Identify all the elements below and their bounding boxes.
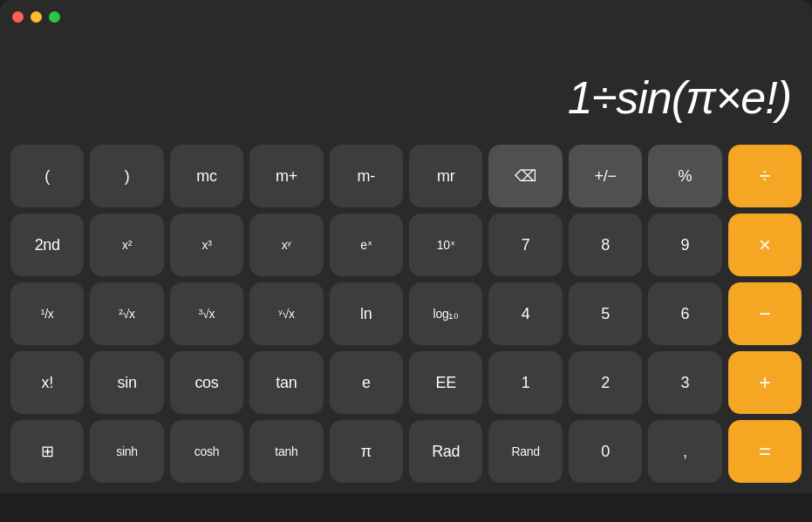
memory-clear-button[interactable]: mc xyxy=(170,145,243,207)
title-bar xyxy=(0,0,812,33)
cube-button[interactable]: x³ xyxy=(170,214,243,276)
cube-root-button[interactable]: ³√x xyxy=(170,282,243,345)
percent-button[interactable]: % xyxy=(648,145,721,207)
ten-power-x-button[interactable]: 10ˣ xyxy=(409,214,482,276)
three-button[interactable]: 3 xyxy=(648,351,721,414)
e-power-x-button[interactable]: eˣ xyxy=(330,214,403,276)
log10-button[interactable]: log₁₀ xyxy=(409,282,482,345)
factorial-button[interactable]: x! xyxy=(10,351,84,414)
calculator-body: ()mcm+m-mr⌫+/−%÷2ndx²x³xʸeˣ10ˣ789×¹/x²√x… xyxy=(0,138,812,493)
memory-recall-button[interactable]: mr xyxy=(409,145,482,207)
equals-button[interactable]: = xyxy=(728,420,802,483)
decimal-button[interactable]: , xyxy=(648,420,721,483)
nine-button[interactable]: 9 xyxy=(648,214,721,276)
add-button[interactable]: + xyxy=(728,351,802,414)
memory-subtract-button[interactable]: m- xyxy=(330,145,403,207)
rand-button[interactable]: Rand xyxy=(488,420,562,483)
four-button[interactable]: 4 xyxy=(488,282,562,345)
reciprocal-button[interactable]: ¹/x xyxy=(10,282,84,345)
one-button[interactable]: 1 xyxy=(488,351,562,414)
button-grid: ()mcm+m-mr⌫+/−%÷2ndx²x³xʸeˣ10ˣ789×¹/x²√x… xyxy=(10,145,802,483)
six-button[interactable]: 6 xyxy=(648,282,721,345)
y-root-button[interactable]: ʸ√x xyxy=(249,282,323,345)
five-button[interactable]: 5 xyxy=(569,282,642,345)
square-root-button[interactable]: ²√x xyxy=(90,282,163,345)
sin-button[interactable]: sin xyxy=(90,351,163,414)
seven-button[interactable]: 7 xyxy=(488,214,562,276)
maximize-dot[interactable] xyxy=(49,11,60,23)
cosh-button[interactable]: cosh xyxy=(170,420,243,483)
ee-button[interactable]: EE xyxy=(409,351,482,414)
square-button[interactable]: x² xyxy=(90,214,163,276)
backspace-button[interactable]: ⌫ xyxy=(488,145,562,207)
close-paren-button[interactable]: ) xyxy=(90,145,163,207)
plus-minus-button[interactable]: +/− xyxy=(569,145,642,207)
minimize-dot[interactable] xyxy=(31,11,42,23)
close-dot[interactable] xyxy=(12,11,24,23)
subtract-button[interactable]: − xyxy=(728,282,802,345)
pi-button[interactable]: π xyxy=(330,420,403,483)
ln-button[interactable]: ln xyxy=(330,282,403,345)
second-button[interactable]: 2nd xyxy=(10,214,84,276)
two-button[interactable]: 2 xyxy=(569,351,642,414)
zero-button[interactable]: 0 xyxy=(569,420,642,483)
sinh-button[interactable]: sinh xyxy=(90,420,163,483)
memory-add-button[interactable]: m+ xyxy=(249,145,323,207)
tanh-button[interactable]: tanh xyxy=(249,420,323,483)
multiply-button[interactable]: × xyxy=(728,214,802,276)
grid-icon-button[interactable]: ⊞ xyxy=(10,420,84,483)
display-expression: 1÷sin(π×e!) xyxy=(568,71,791,124)
display-area: 1÷sin(π×e!) xyxy=(0,33,812,138)
power-y-button[interactable]: xʸ xyxy=(249,214,323,276)
open-paren-button[interactable]: ( xyxy=(10,145,84,207)
cos-button[interactable]: cos xyxy=(170,351,243,414)
rad-button[interactable]: Rad xyxy=(409,420,482,483)
tan-button[interactable]: tan xyxy=(249,351,323,414)
eight-button[interactable]: 8 xyxy=(569,214,642,276)
divide-button[interactable]: ÷ xyxy=(728,145,802,207)
euler-button[interactable]: e xyxy=(330,351,403,414)
